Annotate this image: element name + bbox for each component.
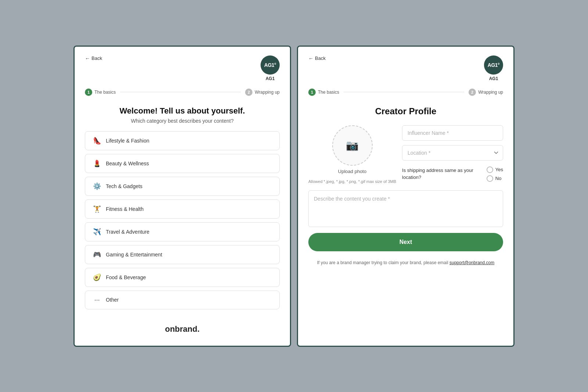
right-back-label: Back bbox=[315, 55, 326, 61]
right-back-button[interactable]: ← Back bbox=[308, 55, 326, 61]
photo-hint: Allowed *.jpeg, *.jpg, *.png, *.gif max … bbox=[308, 179, 396, 185]
right-step-2-label: Wrapping up bbox=[478, 90, 503, 95]
travel-label: Travel & Adventure bbox=[106, 229, 150, 235]
welcome-subtitle: Which category best describes your conte… bbox=[85, 118, 280, 124]
camera-icon: 📷 bbox=[346, 139, 359, 151]
left-logo-name: AG1 bbox=[266, 76, 275, 81]
right-step-2-num: 2 bbox=[469, 89, 476, 96]
right-step-1: 1 The basics bbox=[308, 89, 339, 96]
left-panel: ← Back AG1° AG1 1 The basics 2 Wrapping … bbox=[74, 46, 291, 347]
gaming-icon: 🎮 bbox=[93, 251, 101, 259]
beauty-icon: 💄 bbox=[93, 159, 101, 168]
right-logo-text: AG1° bbox=[488, 62, 499, 68]
right-step-1-num: 1 bbox=[308, 89, 316, 96]
left-step-2-num: 2 bbox=[245, 89, 252, 96]
fitness-icon: 🏋️ bbox=[93, 205, 101, 213]
right-logo-name: AG1 bbox=[489, 76, 498, 81]
other-label: Other bbox=[106, 297, 119, 303]
right-logo: AG1° AG1 bbox=[484, 55, 503, 81]
left-back-button[interactable]: ← Back bbox=[85, 55, 102, 61]
photo-fields-row: 📷 Upload photo Allowed *.jpeg, *.jpg, *.… bbox=[308, 125, 503, 185]
right-panel: ← Back AG1° AG1 1 The basics 2 Wrapping … bbox=[297, 46, 514, 347]
tech-icon: ⚙️ bbox=[93, 182, 101, 190]
shipping-no-label: No bbox=[495, 176, 502, 181]
welcome-title: Welcome! Tell us about yourself. bbox=[85, 106, 280, 116]
food-icon: 🥑 bbox=[93, 273, 101, 281]
shipping-no-radio[interactable] bbox=[487, 175, 493, 182]
screen-wrapper: ← Back AG1° AG1 1 The basics 2 Wrapping … bbox=[74, 46, 514, 347]
beauty-label: Beauty & Wellness bbox=[106, 161, 149, 166]
category-gaming-entertainment[interactable]: 🎮 Gaming & Entertainment bbox=[85, 245, 280, 264]
profile-title: Creator Profile bbox=[308, 106, 503, 116]
shipping-yes-radio[interactable] bbox=[487, 166, 493, 173]
right-steps-bar: 1 The basics 2 Wrapping up bbox=[308, 89, 503, 96]
travel-icon: ✈️ bbox=[93, 228, 101, 236]
shipping-no-option[interactable]: No bbox=[487, 175, 503, 182]
input-fields-col: Location * United States United Kingdom … bbox=[402, 125, 503, 183]
left-step-line bbox=[120, 92, 241, 92]
right-back-arrow-icon: ← bbox=[308, 55, 313, 61]
left-back-arrow-icon: ← bbox=[85, 55, 90, 61]
other-icon: ··· bbox=[93, 296, 101, 304]
category-beauty-wellness[interactable]: 💄 Beauty & Wellness bbox=[85, 154, 280, 173]
category-food-beverage[interactable]: 🥑 Food & Beverage bbox=[85, 268, 280, 287]
lifestyle-icon: 👠 bbox=[93, 137, 101, 145]
left-logo-circle: AG1° bbox=[261, 55, 280, 75]
shipping-yes-label: Yes bbox=[495, 167, 503, 172]
photo-upload-button[interactable]: 📷 bbox=[332, 125, 373, 166]
shipping-container: Is shipping address same as your locatio… bbox=[402, 165, 503, 183]
shipping-yes-option[interactable]: Yes bbox=[487, 166, 503, 173]
right-logo-circle: AG1° bbox=[484, 55, 503, 75]
right-step-2: 2 Wrapping up bbox=[469, 89, 503, 96]
category-travel-adventure[interactable]: ✈️ Travel & Adventure bbox=[85, 222, 280, 241]
left-branding: onbrand. bbox=[85, 316, 280, 334]
next-button[interactable]: Next bbox=[308, 233, 503, 251]
influencer-name-input[interactable] bbox=[402, 125, 503, 141]
gaming-label: Gaming & Entertainment bbox=[106, 252, 162, 258]
support-email-link[interactable]: support@onbrand.com bbox=[449, 260, 494, 265]
left-back-label: Back bbox=[92, 55, 102, 61]
left-step-1-label: The basics bbox=[94, 90, 116, 95]
describe-content-textarea[interactable] bbox=[308, 190, 503, 227]
location-select[interactable]: Location * United States United Kingdom … bbox=[402, 145, 503, 161]
left-step-1: 1 The basics bbox=[85, 89, 116, 96]
left-header: ← Back AG1° AG1 bbox=[85, 55, 280, 81]
left-step-1-num: 1 bbox=[85, 89, 92, 96]
category-fitness-health[interactable]: 🏋️ Fitness & Health bbox=[85, 199, 280, 219]
tech-label: Tech & Gadgets bbox=[106, 183, 143, 189]
left-steps-bar: 1 The basics 2 Wrapping up bbox=[85, 89, 280, 96]
left-logo: AG1° AG1 bbox=[261, 55, 280, 81]
left-step-2: 2 Wrapping up bbox=[245, 89, 280, 96]
shipping-radio-group: Yes No bbox=[487, 166, 503, 182]
category-tech-gadgets[interactable]: ⚙️ Tech & Gadgets bbox=[85, 177, 280, 196]
shipping-question: Is shipping address same as your locatio… bbox=[402, 167, 487, 180]
lifestyle-label: Lifestyle & Fashion bbox=[106, 138, 149, 144]
left-step-2-label: Wrapping up bbox=[255, 90, 280, 95]
right-header: ← Back AG1° AG1 bbox=[308, 55, 503, 81]
right-step-1-label: The basics bbox=[318, 90, 339, 95]
right-step-line bbox=[344, 92, 464, 92]
category-list: 👠 Lifestyle & Fashion 💄 Beauty & Wellnes… bbox=[85, 131, 280, 309]
brand-note-text: If you are a brand manager trying to cla… bbox=[317, 260, 448, 265]
food-label: Food & Beverage bbox=[106, 274, 146, 280]
upload-photo-label: Upload photo bbox=[338, 169, 366, 174]
category-other[interactable]: ··· Other bbox=[85, 291, 280, 309]
photo-upload-section: 📷 Upload photo Allowed *.jpeg, *.jpg, *.… bbox=[308, 125, 396, 185]
category-lifestyle-fashion[interactable]: 👠 Lifestyle & Fashion bbox=[85, 131, 280, 150]
left-logo-text: AG1° bbox=[264, 62, 276, 68]
profile-form: 📷 Upload photo Allowed *.jpeg, *.jpg, *.… bbox=[308, 125, 503, 266]
brand-manager-note: If you are a brand manager trying to cla… bbox=[308, 260, 503, 265]
fitness-label: Fitness & Health bbox=[106, 206, 144, 212]
